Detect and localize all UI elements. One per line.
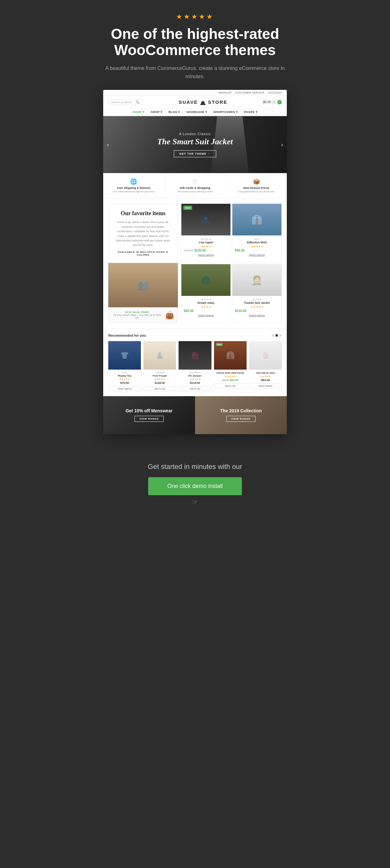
prices-icon: 📦 (228, 178, 284, 185)
topbar-account[interactable]: ACCOUNT (268, 91, 282, 94)
promo-collection-button[interactable]: VIEW RANGE (226, 416, 256, 422)
select-options-button[interactable]: Select options (108, 386, 141, 391)
product-price: $92.00 (184, 309, 228, 313)
banner-next-arrow[interactable]: › (281, 142, 283, 148)
price-new: $92.00 (184, 309, 194, 313)
add-to-cart-button[interactable]: Add to cart (143, 386, 176, 391)
product-image-tuxedo: 🤵 (232, 264, 281, 296)
carousel-dot-2[interactable] (275, 334, 278, 337)
nav-shop[interactable]: SHOP ▾ (151, 111, 162, 114)
bottom-cta: Get started in minutes with our One clic… (84, 450, 306, 519)
featured-heading: Our favorite items (115, 210, 171, 217)
product-img-placeholder: 👔 (232, 204, 281, 236)
select-options-button[interactable]: Select options (249, 383, 282, 388)
rec-price: $128.00 (143, 381, 176, 384)
product-price: $48.00 (235, 249, 279, 252)
sale-desc: Fill your Suave bags – now with up to 50… (112, 314, 162, 319)
feature-gifts-title: Gift Cards & Wrapping (167, 186, 223, 190)
nav-pages[interactable]: PAGES ▾ (244, 111, 258, 114)
search-text: Search products... (111, 101, 134, 104)
rec-img-placeholder: 👕 (108, 341, 141, 370)
cart-price: $0.00 (263, 100, 271, 104)
recommended-title: Recommended for you (108, 334, 146, 337)
product-img-placeholder: 🧥 (181, 264, 231, 296)
search-input[interactable]: Search products... 🔍 (108, 99, 143, 105)
promo-collection: The 2019 Collection VIEW RANGE (195, 396, 287, 434)
product-price: $110.00 (235, 309, 279, 313)
add-to-cart-button[interactable]: Add to cart (214, 383, 247, 388)
rec-img-placeholder: 👙 (249, 341, 282, 370)
product-info: MEN Edburton Shirt ★★★★★ $48.00 Select o… (232, 236, 281, 259)
product-name: Edburton Shirt (235, 241, 279, 244)
featured-group-image: 👥 (108, 263, 178, 307)
nav-home[interactable]: HOME ▾ (132, 111, 145, 114)
price-new: $120.00 (194, 249, 206, 252)
rec-category: WOMEN (143, 372, 176, 374)
product-card-live-again: 👗 Sale JACKETS Live Again ★★★★ $160.00 $… (181, 204, 231, 262)
carousel-dot-3[interactable] (279, 334, 282, 337)
promo-menswear: Get 10% off Menswear VIEW RANGE (103, 396, 195, 434)
rec-product-check-shirt: 👔 Sale Check Shirt with Floral ★★★★★ $85… (214, 341, 247, 391)
product-price: $160.00 $120.00 (184, 249, 228, 252)
cart-widget[interactable]: $0.00 🛒 0 (263, 100, 282, 104)
product-name: Dream Away (184, 301, 228, 304)
hero-title: One of the highest-rated WooCommerce the… (103, 26, 287, 58)
rec-category: KNITWEAR (179, 372, 211, 374)
feature-prices-desc: Get great deals in our 2019 sale (228, 190, 284, 193)
rec-price: $70.00 (108, 381, 141, 384)
nav-blog[interactable]: BLOG ▾ (169, 111, 180, 114)
price-new: $110.00 (235, 309, 246, 313)
feature-shipping-title: Free Shipping & Returns (106, 186, 162, 190)
promo-menswear-button[interactable]: VIEW RANGE (134, 416, 164, 422)
feature-gifts-desc: The perfect way to bring a smile (167, 190, 223, 193)
banner-title: The Smart Suit Jacket (157, 137, 233, 147)
bag-icon: 👜 (165, 311, 174, 320)
feature-prices-title: New Season Prices (228, 186, 284, 190)
sale-badge-rec: Sale (216, 343, 223, 346)
gift-icon: ♡ (167, 178, 223, 185)
recommended-section: Recommended for you 👕 TOPS Replay Top ★★… (103, 328, 287, 396)
rec-product-rb-jumper: 🧶 KNITWEAR Rb Jumper ★★★★★ $110.00 Add t… (179, 341, 211, 391)
price-old: $160.00 (184, 249, 193, 252)
cursor-icon: ☞ (91, 498, 299, 506)
rec-name: Check Shirt with Floral (214, 372, 247, 374)
rec-name: Replay Top (108, 374, 141, 377)
store-topbar: WISHLIST CUSTOMER SERVICE ACCOUNT (103, 90, 287, 96)
promo-menswear-content: Get 10% off Menswear VIEW RANGE (126, 408, 173, 422)
add-to-cart-button[interactable]: Add to cart (179, 386, 211, 391)
carousel-dot-1[interactable] (272, 334, 274, 337)
rec-price: $110.00 (179, 381, 211, 384)
featured-text-box: Our favorite items Dress it up, dress it… (108, 204, 178, 262)
rec-stars: ★★★★★ (108, 378, 141, 381)
banner-cta-button[interactable]: GET THE THEME → (174, 150, 216, 157)
feature-gifts: ♡ Gift Cards & Wrapping The perfect way … (164, 173, 226, 198)
products-section: Our favorite items Dress it up, dress it… (103, 198, 287, 328)
featured-left-col: Our favorite items Dress it up, dress it… (108, 204, 178, 323)
select-options-button[interactable]: Select options (184, 314, 228, 317)
product-card-edburton: 👔 MEN Edburton Shirt ★★★★★ $48.00 Select… (232, 204, 282, 262)
product-name: Tuxedo Suit Jacket (235, 301, 279, 304)
banner-subtitle: A London Classic (157, 132, 233, 136)
featured-available-text: AVAILABLE IN MULTIPLE SIZES & COLORS (115, 251, 171, 256)
features-strip: 🌐 Free Shipping & Returns Your order del… (103, 173, 287, 198)
rec-image-free-people: 👗 (143, 341, 176, 370)
price-old: $85.00 (222, 379, 229, 381)
nav-shortcodes[interactable]: SHORTCODES ▾ (213, 111, 238, 114)
product-card-tuxedo: 🤵 JACKETS Tuxedo Suit Jacket ★★★★★ $110.… (232, 264, 282, 323)
select-options-button[interactable]: Select options (235, 253, 279, 256)
product-stars: ★★★★★ (235, 305, 279, 309)
rec-image-vero: 👙 (249, 341, 282, 370)
banner-prev-arrow[interactable]: ‹ (107, 142, 109, 148)
select-options-button[interactable]: Select options (235, 314, 279, 317)
rec-stars: ★★★★★ (214, 375, 247, 378)
rec-img-placeholder: 👗 (143, 341, 176, 370)
product-category: JACKETS (184, 238, 228, 240)
topbar-wishlist[interactable]: WISHLIST (218, 91, 232, 94)
select-options-button[interactable]: Select options (184, 253, 228, 256)
featured-description: Dress it up, dress it down, this is your… (115, 220, 171, 247)
nav-showcase[interactable]: SHOWCASE ▾ (186, 111, 207, 114)
rec-name: Rb Jumper (179, 374, 211, 377)
product-stars: ★★★★ (184, 245, 228, 248)
topbar-customer[interactable]: CUSTOMER SERVICE (235, 91, 264, 94)
demo-install-button[interactable]: One click demo install (148, 477, 242, 495)
